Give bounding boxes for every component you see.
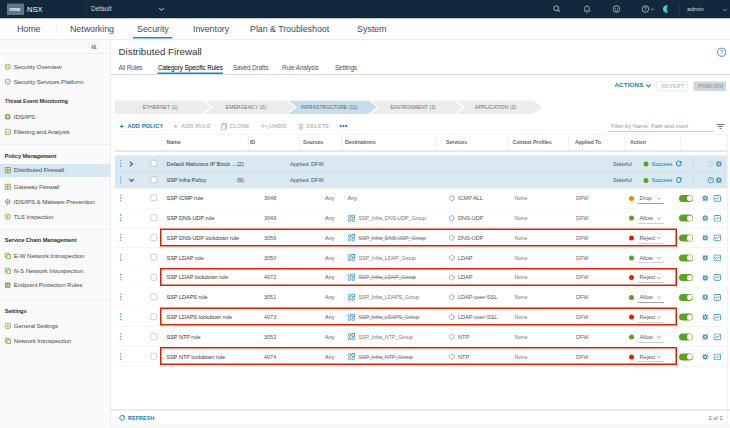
- svg-text:?: ?: [644, 6, 647, 12]
- svg-text:?: ?: [720, 48, 724, 55]
